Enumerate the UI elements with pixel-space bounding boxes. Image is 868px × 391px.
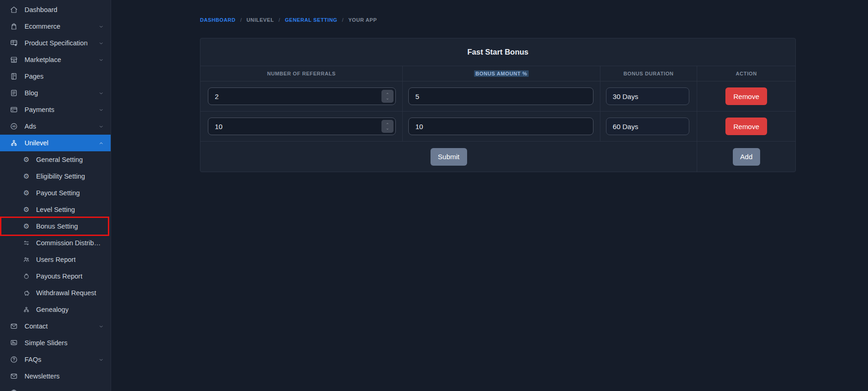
bonus-duration-select[interactable]: 60 Days: [606, 118, 689, 135]
sidebar-item-dashboard[interactable]: Dashboard: [0, 1, 111, 18]
sidebar-item-label: Ecommerce: [25, 23, 60, 30]
piggy-bank-icon: [22, 289, 31, 297]
gear-icon: ⚙: [22, 205, 31, 214]
column-header-label: BONUS AMOUNT %: [474, 70, 529, 77]
bonus-amount-input[interactable]: [408, 118, 593, 135]
sidebar-item-label: Pages: [25, 73, 44, 80]
spinner-down-button[interactable]: [381, 96, 393, 102]
sidebar-item-faqs[interactable]: FAQs: [0, 351, 111, 368]
column-header-bonus-amount: BONUS AMOUNT %: [402, 66, 599, 81]
card-title-row: Fast Start Bonus: [200, 38, 795, 66]
sidebar-item-label: Marketplace: [25, 56, 61, 63]
question-circle-icon: [9, 355, 19, 364]
breadcrumb-dashboard[interactable]: DASHBOARD: [200, 17, 236, 23]
pages-icon: [9, 72, 19, 81]
number-of-referrals-input[interactable]: [208, 87, 396, 105]
sidebar-item-ads[interactable]: ADAds: [0, 118, 111, 135]
spinner-up-button[interactable]: [381, 121, 393, 126]
svg-text:AD: AD: [12, 125, 16, 128]
network-icon: [22, 305, 31, 314]
remove-button[interactable]: Remove: [725, 118, 767, 135]
breadcrumb-general-setting[interactable]: GENERAL SETTING: [285, 17, 337, 23]
cell-bonus-amount: [402, 112, 599, 141]
column-header-action: ACTION: [697, 66, 795, 81]
number-spinner: [381, 120, 393, 133]
sidebar-item-marketplace[interactable]: Marketplace: [0, 51, 111, 68]
spinner-up-button[interactable]: [381, 91, 393, 96]
bonus-amount-input[interactable]: [408, 87, 593, 105]
column-header-label: NUMBER OF REFERRALS: [267, 71, 336, 76]
column-header-label: ACTION: [736, 71, 757, 76]
chevron-down-icon: [98, 124, 104, 130]
mail-icon: [9, 372, 19, 381]
sidebar-item-label: Contact: [25, 323, 48, 330]
sidebar: DashboardEcommerceProduct SpecificationM…: [0, 0, 111, 391]
sidebar-item-blog[interactable]: Blog: [0, 85, 111, 101]
sidebar-item-label: Simple Sliders: [25, 339, 68, 347]
sidebar-item-label: Payouts Report: [36, 273, 82, 280]
sidebar-item-payouts-report[interactable]: Payouts Report: [0, 268, 111, 285]
globe-icon: [9, 388, 19, 391]
chevron-down-icon: [98, 57, 104, 63]
sidebar-item-unilevel[interactable]: Unilevel: [0, 135, 111, 151]
remove-button[interactable]: Remove: [725, 87, 767, 105]
chevron-down-icon: [98, 90, 104, 96]
app-root: DashboardEcommerceProduct SpecificationM…: [0, 0, 868, 391]
breadcrumb: DASHBOARD/UNILEVEL/GENERAL SETTING/YOUR …: [200, 17, 868, 23]
product-spec-icon: [9, 38, 19, 48]
sidebar-item-simple-sliders[interactable]: Simple Sliders: [0, 335, 111, 351]
number-of-referrals-field: [208, 118, 396, 135]
cell-number-of-referrals: [200, 112, 402, 141]
breadcrumb-unilevel[interactable]: UNILEVEL: [247, 17, 274, 23]
submit-button[interactable]: Submit: [431, 148, 467, 166]
gear-icon: ⚙: [22, 222, 31, 230]
sidebar-item-pages[interactable]: Pages: [0, 68, 111, 85]
cell-action: Remove: [697, 112, 795, 141]
sidebar-item-newsletters[interactable]: Newsletters: [0, 368, 111, 385]
sidebar-item-commission-distributi[interactable]: Commission Distributi...: [0, 235, 111, 251]
sidebar-item-label: Payments: [25, 106, 54, 113]
sidebar-item-general-setting[interactable]: ⚙General Setting: [0, 151, 111, 168]
footer-action-cell: Add: [697, 142, 795, 172]
money-bag-icon: [22, 272, 31, 280]
number-of-referrals-input[interactable]: [208, 118, 396, 135]
swap-arrows-icon: [22, 239, 31, 247]
sidebar-item-withdrawal-request[interactable]: Withdrawal Request: [0, 285, 111, 301]
sidebar-item-payout-setting[interactable]: ⚙Payout Setting: [0, 185, 111, 201]
sidebar-item-label: Ads: [25, 123, 36, 130]
number-of-referrals-field: [208, 87, 396, 105]
shopping-bag-icon: [9, 22, 19, 31]
bonus-duration-select[interactable]: 30 Days: [606, 87, 689, 105]
sidebar-item-ecommerce[interactable]: Ecommerce: [0, 18, 111, 35]
sidebar-item-payments[interactable]: Payments: [0, 101, 111, 118]
gear-icon: ⚙: [22, 155, 31, 164]
image-slider-icon: [9, 338, 19, 348]
cell-bonus-amount: [402, 81, 599, 111]
cell-number-of-referrals: [200, 81, 402, 111]
sidebar-item-product-specification[interactable]: Product Specification: [0, 35, 111, 51]
cell-bonus-duration: 30 Days: [600, 81, 697, 111]
chevron-down-icon: [98, 357, 104, 363]
sidebar-item-label: FAQs: [25, 356, 41, 363]
table-header-row: NUMBER OF REFERRALS BONUS AMOUNT % BONUS…: [200, 66, 795, 81]
sidebar-item-contact[interactable]: Contact: [0, 318, 111, 335]
sidebar-item-item-23[interactable]: [0, 385, 111, 391]
spinner-down-button[interactable]: [381, 126, 393, 132]
footer-main-cell: Submit: [200, 142, 697, 172]
sidebar-item-eligibility-setting[interactable]: ⚙Eligibility Setting: [0, 168, 111, 185]
sidebar-item-label: Dashboard: [25, 6, 57, 13]
chevron-down-icon: [98, 107, 104, 113]
sidebar-item-genealogy[interactable]: Genealogy: [0, 301, 111, 318]
sidebar-item-users-report[interactable]: Users Report: [0, 251, 111, 268]
credit-card-icon: [9, 105, 19, 114]
breadcrumb-separator: /: [279, 17, 281, 23]
table-row: 30 DaysRemove: [200, 81, 795, 112]
sidebar-item-level-setting[interactable]: ⚙Level Setting: [0, 201, 111, 218]
card-title: Fast Start Bonus: [467, 48, 528, 56]
breadcrumb-your-app[interactable]: YOUR APP: [348, 17, 377, 23]
sidebar-item-bonus-setting[interactable]: ⚙Bonus Setting: [0, 218, 111, 235]
fast-start-bonus-card: Fast Start Bonus NUMBER OF REFERRALS BON…: [200, 38, 796, 172]
users-icon: [22, 255, 31, 264]
home-icon: [9, 5, 19, 14]
add-button[interactable]: Add: [733, 148, 760, 166]
